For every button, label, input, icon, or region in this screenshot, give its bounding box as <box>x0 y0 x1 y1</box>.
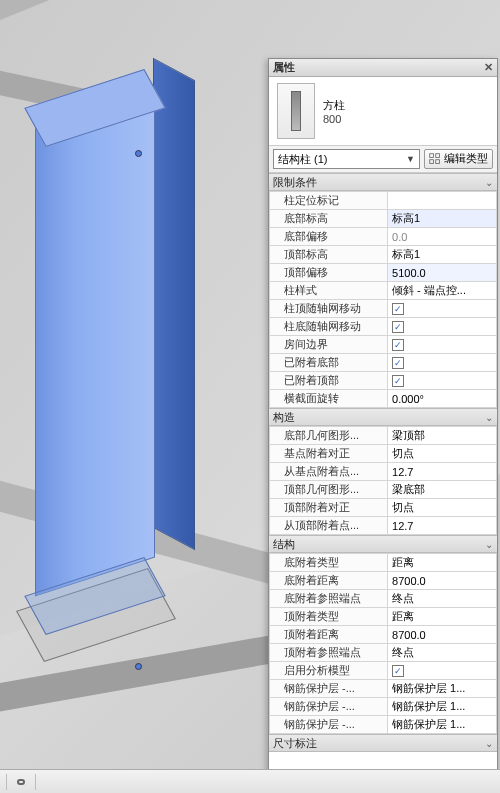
edit-type-button[interactable]: 编辑类型 <box>424 149 493 169</box>
expand-collapse-icon[interactable]: ⌄ <box>485 738 493 749</box>
close-icon[interactable]: ✕ <box>484 61 493 74</box>
checkbox[interactable]: ✓ <box>392 321 404 333</box>
property-value[interactable]: 标高1 <box>388 246 497 264</box>
property-value[interactable]: ✓ <box>388 300 497 318</box>
property-name: 底附着类型 <box>270 554 388 572</box>
property-row: 顶附着类型距离 <box>270 608 497 626</box>
column-front-face <box>35 88 155 597</box>
property-value[interactable]: 切点 <box>388 445 497 463</box>
property-name: 底附着距离 <box>270 572 388 590</box>
property-value[interactable]: 梁顶部 <box>388 427 497 445</box>
property-value[interactable]: 12.7 <box>388 463 497 481</box>
property-value[interactable]: 5100.0 <box>388 264 497 282</box>
group-header[interactable]: 尺寸标注⌄ <box>269 734 497 752</box>
group-header[interactable]: 结构⌄ <box>269 535 497 553</box>
property-name: 房间边界 <box>270 336 388 354</box>
instance-filter-text: 结构柱 (1) <box>278 152 328 167</box>
drag-handle-icon[interactable] <box>135 663 142 670</box>
property-row: 从顶部附着点...12.7 <box>270 517 497 535</box>
property-name: 钢筋保护层 -... <box>270 716 388 734</box>
edit-type-label: 编辑类型 <box>444 152 488 166</box>
property-name: 从顶部附着点... <box>270 517 388 535</box>
property-value[interactable]: 终点 <box>388 644 497 662</box>
property-value[interactable]: 8700.0 <box>388 626 497 644</box>
property-value[interactable]: 终点 <box>388 590 497 608</box>
property-name: 启用分析模型 <box>270 662 388 680</box>
svg-rect-0 <box>430 154 434 158</box>
property-value[interactable]: 标高1 <box>388 210 497 228</box>
group-header[interactable]: 限制条件⌄ <box>269 173 497 191</box>
property-value[interactable]: 钢筋保护层 1... <box>388 680 497 698</box>
group-header[interactable]: 构造⌄ <box>269 408 497 426</box>
property-value[interactable]: ✓ <box>388 336 497 354</box>
property-value: 0.0 <box>388 228 497 246</box>
properties-scroll[interactable]: 限制条件⌄柱定位标记底部标高标高1底部偏移0.0顶部标高标高1顶部偏移5100.… <box>269 173 497 790</box>
drag-handle-icon[interactable] <box>135 150 142 157</box>
family-name: 方柱 <box>323 98 345 113</box>
property-row: 底附着距离8700.0 <box>270 572 497 590</box>
property-row: 房间边界✓ <box>270 336 497 354</box>
property-name: 顶部几何图形... <box>270 481 388 499</box>
type-thumbnail <box>277 83 315 139</box>
property-value[interactable]: 8700.0 <box>388 572 497 590</box>
properties-panel: 属性 ✕ 方柱 800 结构柱 (1) ▼ 编辑类型 限制条件⌄柱定位标记底部标… <box>268 58 498 791</box>
property-value[interactable]: 距离 <box>388 554 497 572</box>
property-name: 从基点附着点... <box>270 463 388 481</box>
property-name: 顶部标高 <box>270 246 388 264</box>
panel-titlebar[interactable]: 属性 ✕ <box>269 59 497 77</box>
property-row: 顶部几何图形...梁底部 <box>270 481 497 499</box>
property-value[interactable]: 12.7 <box>388 517 497 535</box>
property-row: 柱底随轴网移动✓ <box>270 318 497 336</box>
property-value[interactable]: 钢筋保护层 1... <box>388 698 497 716</box>
property-value[interactable]: 0.000° <box>388 390 497 408</box>
property-row: 基点附着对正切点 <box>270 445 497 463</box>
checkbox[interactable]: ✓ <box>392 339 404 351</box>
property-value[interactable]: 梁底部 <box>388 481 497 499</box>
checkbox[interactable]: ✓ <box>392 303 404 315</box>
property-row: 底部偏移0.0 <box>270 228 497 246</box>
property-row: 已附着顶部✓ <box>270 372 497 390</box>
property-value[interactable]: 切点 <box>388 499 497 517</box>
property-name: 柱定位标记 <box>270 192 388 210</box>
svg-rect-2 <box>430 160 434 164</box>
property-row: 钢筋保护层 -...钢筋保护层 1... <box>270 680 497 698</box>
property-name: 横截面旋转 <box>270 390 388 408</box>
property-name: 底部标高 <box>270 210 388 228</box>
group-name: 限制条件 <box>273 175 317 190</box>
group-name: 结构 <box>273 537 295 552</box>
property-name: 已附着顶部 <box>270 372 388 390</box>
property-value[interactable]: 钢筋保护层 1... <box>388 716 497 734</box>
instance-filter-combo[interactable]: 结构柱 (1) ▼ <box>273 149 420 169</box>
property-table: 底部几何图形...梁顶部基点附着对正切点从基点附着点...12.7顶部几何图形.… <box>269 426 497 535</box>
type-size: 800 <box>323 113 345 125</box>
checkbox: ✓ <box>392 357 404 369</box>
expand-collapse-icon[interactable]: ⌄ <box>485 412 493 423</box>
property-name: 顶附着类型 <box>270 608 388 626</box>
property-name: 底部偏移 <box>270 228 388 246</box>
link-icon[interactable] <box>13 774 29 790</box>
property-row: 底部几何图形...梁顶部 <box>270 427 497 445</box>
checkbox: ✓ <box>392 375 404 387</box>
property-row: 顶部标高标高1 <box>270 246 497 264</box>
property-row: 钢筋保护层 -...钢筋保护层 1... <box>270 698 497 716</box>
type-selector[interactable]: 方柱 800 <box>269 77 497 146</box>
property-value[interactable]: ✓ <box>388 662 497 680</box>
selected-column[interactable] <box>35 85 195 595</box>
property-value[interactable]: ✓ <box>388 318 497 336</box>
property-name: 柱底随轴网移动 <box>270 318 388 336</box>
property-row: 已附着底部✓ <box>270 354 497 372</box>
checkbox[interactable]: ✓ <box>392 665 404 677</box>
property-row: 柱定位标记 <box>270 192 497 210</box>
property-value[interactable]: 倾斜 - 端点控... <box>388 282 497 300</box>
property-name: 底附着参照端点 <box>270 590 388 608</box>
property-value[interactable]: 距离 <box>388 608 497 626</box>
expand-collapse-icon[interactable]: ⌄ <box>485 539 493 550</box>
property-name: 顶部附着对正 <box>270 499 388 517</box>
svg-rect-3 <box>436 160 440 164</box>
group-name: 尺寸标注 <box>273 736 317 751</box>
property-row: 柱样式倾斜 - 端点控... <box>270 282 497 300</box>
expand-collapse-icon[interactable]: ⌄ <box>485 177 493 188</box>
property-row: 底附着参照端点终点 <box>270 590 497 608</box>
property-value: ✓ <box>388 354 497 372</box>
property-row: 横截面旋转0.000° <box>270 390 497 408</box>
